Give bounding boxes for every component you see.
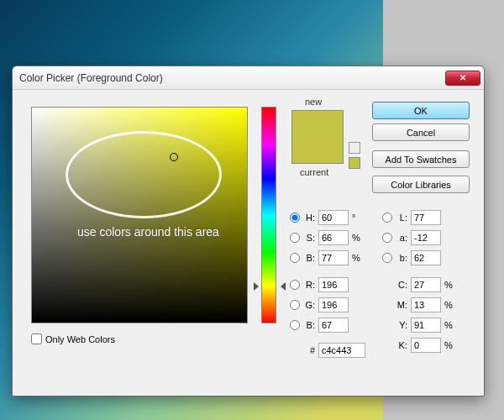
- color-picker-dialog: Color Picker (Foreground Color) ✕ use co…: [12, 66, 485, 396]
- hex-input[interactable]: [318, 343, 365, 358]
- red-input[interactable]: [318, 277, 349, 292]
- saturation-brightness-field[interactable]: use colors around this area: [31, 107, 248, 323]
- current-color-swatch[interactable]: [292, 137, 343, 163]
- lab-l-row: L:: [382, 209, 453, 226]
- black-label: K:: [396, 340, 407, 350]
- hue-label: H:: [303, 213, 315, 223]
- hue-slider[interactable]: [261, 107, 276, 323]
- only-web-colors-label: Only Web Colors: [45, 334, 115, 344]
- lab-l-radio[interactable]: [382, 213, 392, 223]
- only-web-colors-checkbox[interactable]: [31, 333, 42, 344]
- saturation-label: S:: [303, 233, 315, 243]
- brightness-row: B: %: [290, 249, 360, 266]
- green-radio[interactable]: [290, 300, 300, 310]
- annotation-text: use colors around this area: [77, 225, 219, 239]
- websafe-swatch[interactable]: [349, 157, 360, 169]
- yellow-label: Y:: [396, 320, 407, 330]
- lab-b-row: b:: [382, 249, 453, 266]
- blue-row: B:: [290, 317, 360, 333]
- black-unit: %: [444, 340, 453, 350]
- lab-l-label: L:: [396, 213, 407, 223]
- brightness-unit: %: [352, 253, 360, 263]
- green-label: G:: [303, 300, 315, 310]
- hue-unit: °: [352, 213, 360, 223]
- brightness-input[interactable]: [318, 250, 349, 265]
- dialog-title: Color Picker (Foreground Color): [19, 72, 445, 84]
- blue-radio[interactable]: [290, 320, 300, 330]
- lab-a-input[interactable]: [411, 230, 441, 245]
- color-libraries-button[interactable]: Color Libraries: [372, 176, 470, 193]
- black-row: K: %: [382, 337, 453, 354]
- saturation-row: S: %: [290, 229, 360, 246]
- green-row: G:: [290, 297, 360, 313]
- lab-b-input[interactable]: [411, 250, 441, 265]
- red-radio[interactable]: [290, 280, 300, 290]
- brightness-radio[interactable]: [290, 253, 300, 263]
- only-web-colors-row[interactable]: Only Web Colors: [31, 333, 115, 344]
- brightness-label: B:: [303, 253, 315, 263]
- new-color-label: new: [305, 97, 322, 107]
- yellow-row: Y: %: [382, 317, 453, 333]
- color-preview: [291, 110, 344, 164]
- hue-radio[interactable]: [290, 213, 300, 223]
- magenta-input[interactable]: [411, 297, 441, 312]
- lab-a-label: a:: [396, 233, 407, 243]
- titlebar[interactable]: Color Picker (Foreground Color) ✕: [13, 66, 484, 90]
- cyan-row: C: %: [382, 276, 453, 293]
- yellow-unit: %: [444, 320, 453, 330]
- hue-input[interactable]: [318, 210, 349, 225]
- saturation-unit: %: [352, 233, 360, 243]
- black-input[interactable]: [411, 338, 441, 353]
- ok-button[interactable]: OK: [372, 102, 470, 119]
- saturation-radio[interactable]: [290, 233, 300, 243]
- color-field-cursor[interactable]: [170, 153, 178, 161]
- gamut-warning-icon[interactable]: [349, 142, 360, 154]
- current-color-label: current: [300, 167, 328, 177]
- cyan-unit: %: [444, 280, 453, 290]
- lab-l-input[interactable]: [411, 210, 441, 225]
- dialog-body: use colors around this area new current …: [13, 90, 484, 396]
- blue-input[interactable]: [318, 318, 349, 333]
- magenta-label: M:: [396, 300, 407, 310]
- green-input[interactable]: [318, 297, 349, 312]
- lab-b-label: b:: [396, 253, 407, 263]
- close-icon: ✕: [459, 73, 466, 82]
- lab-b-radio[interactable]: [382, 253, 392, 263]
- hex-row: #: [303, 342, 365, 359]
- annotation-circle: [66, 131, 222, 218]
- blue-label: B:: [303, 320, 315, 330]
- red-label: R:: [303, 280, 315, 290]
- lab-a-row: a:: [382, 229, 453, 246]
- magenta-unit: %: [444, 300, 453, 310]
- cyan-label: C:: [396, 280, 407, 290]
- hex-label: #: [303, 345, 315, 355]
- new-color-swatch: [292, 111, 343, 137]
- magenta-row: M: %: [382, 297, 453, 313]
- yellow-input[interactable]: [411, 318, 441, 333]
- cyan-input[interactable]: [411, 277, 441, 292]
- red-row: R:: [290, 276, 360, 293]
- cancel-button[interactable]: Cancel: [372, 123, 470, 141]
- lab-a-radio[interactable]: [382, 233, 392, 243]
- close-button[interactable]: ✕: [445, 71, 480, 86]
- hue-row: H: °: [290, 209, 360, 226]
- saturation-input[interactable]: [318, 230, 349, 245]
- add-to-swatches-button[interactable]: Add To Swatches: [372, 150, 470, 168]
